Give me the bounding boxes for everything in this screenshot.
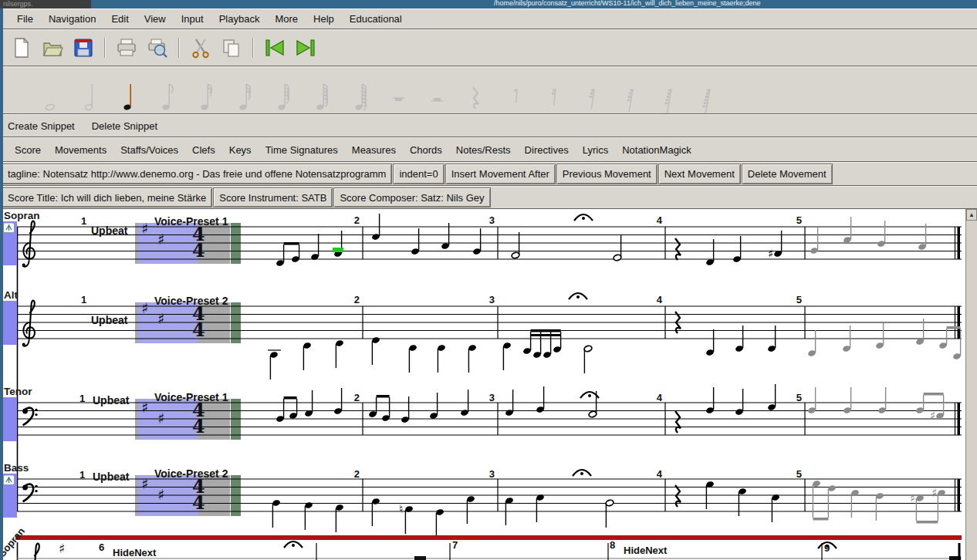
delete-movement-button[interactable]: Delete Movement	[742, 164, 833, 184]
save-button[interactable]	[70, 35, 96, 61]
input-cursor[interactable]	[333, 248, 343, 252]
create-snippet-button[interactable]: Create Snippet	[8, 120, 75, 132]
vertical-scrollbar[interactable]: ▲	[965, 209, 977, 560]
time-signature[interactable]: 4	[192, 239, 205, 261]
palette-sixtyfourth-note[interactable]	[264, 75, 303, 113]
print-preview-button[interactable]	[144, 35, 171, 61]
menu-input[interactable]: Input	[174, 11, 211, 27]
insert-movement-after-button[interactable]: Insert Movement After	[445, 164, 556, 184]
cut-button[interactable]	[188, 35, 214, 61]
palette-quarter-note[interactable]	[110, 75, 148, 113]
accidental-sharp: ♯	[930, 409, 935, 423]
accidental-natural: ♮	[399, 502, 403, 516]
staff-label-sopran: Sopran	[4, 210, 40, 221]
next-movement-button[interactable]: Next Movement	[658, 164, 741, 184]
menubar: File Navigation Edit View Input Playback…	[0, 8, 977, 29]
palette-thirtysecond-note[interactable]	[225, 75, 264, 113]
score-composer-button[interactable]: Score Composer: Satz: Nils Gey	[333, 187, 490, 207]
cut-scissors-icon	[190, 37, 211, 59]
indent-button[interactable]: indent=0	[393, 164, 444, 184]
bass-clef-blob	[22, 409, 28, 414]
time-signature[interactable]: 4	[192, 319, 205, 341]
open-button[interactable]	[39, 35, 66, 61]
copy-button[interactable]	[218, 35, 245, 61]
menu-directives[interactable]: Directives	[518, 142, 576, 158]
menu-lyrics[interactable]: Lyrics	[576, 142, 615, 158]
new-document-icon	[11, 37, 32, 59]
go-to-beginning-button[interactable]	[262, 35, 288, 61]
score-title-button[interactable]: Score Title: Ich will dich lieben, meine…	[2, 187, 212, 207]
bass-clef-dot	[35, 409, 37, 411]
score-instrument-button[interactable]: Score Instrument: SATB	[213, 187, 333, 207]
delete-snippet-button[interactable]: Delete Snippet	[92, 120, 157, 132]
menu-notes-rests[interactable]: Notes/Rests	[449, 142, 518, 158]
menu-playback[interactable]: Playback	[211, 11, 268, 27]
measure-number: 2	[354, 468, 360, 480]
beam	[924, 393, 944, 396]
measure-number: 1	[79, 469, 85, 481]
palette-onetwentyeighth-rest[interactable]	[650, 75, 688, 113]
open-folder-icon	[42, 37, 63, 59]
menu-navigation[interactable]: Navigation	[41, 11, 103, 27]
staff-side-box[interactable]	[2, 301, 17, 345]
time-signature[interactable]: 4	[192, 415, 205, 437]
palette-eighth-rest[interactable]	[495, 75, 534, 113]
palette-sixteenth-note[interactable]	[187, 75, 225, 113]
measure-number: 4	[657, 214, 663, 226]
print-preview-icon	[147, 37, 168, 59]
window-title-path: /home/nils/puro/consatz_unterricht/WS10-…	[494, 0, 761, 8]
palette-onetwentyeighth-note[interactable]	[303, 75, 341, 113]
palette-half-rest[interactable]	[418, 75, 457, 113]
menu-chords[interactable]: Chords	[403, 142, 449, 158]
menu-clefs[interactable]: Clefs	[185, 142, 222, 158]
bass-clef-dot	[35, 490, 37, 492]
palette-thirtysecond-rest[interactable]	[573, 75, 611, 113]
palette-whole-rest[interactable]	[380, 75, 418, 113]
menu-file[interactable]: File	[9, 11, 41, 27]
time-signature[interactable]: 4	[192, 491, 205, 514]
measure-number: 5	[796, 214, 802, 226]
menu-measures[interactable]: Measures	[345, 142, 403, 158]
menu-view[interactable]: View	[137, 11, 174, 27]
menu-time-signatures[interactable]: Time Signatures	[259, 142, 345, 158]
menu-keys[interactable]: Keys	[222, 142, 259, 158]
toolbar-separator	[104, 38, 106, 58]
menu-staffs-voices[interactable]: Staffs/Voices	[113, 142, 185, 158]
score-canvas[interactable]: ♯♯44Sopran1UpbeatVoice-Preset 12345♯♯♯44…	[0, 209, 977, 560]
menu-movements[interactable]: Movements	[48, 142, 113, 158]
palette-twofiftysixth-note[interactable]	[341, 75, 380, 113]
duration-palette	[0, 66, 977, 114]
go-first-icon	[263, 37, 286, 59]
beam	[531, 334, 561, 336]
menu-help[interactable]: Help	[306, 11, 342, 27]
new-document-button[interactable]	[8, 35, 35, 61]
key-signature-sharp: ♯	[59, 541, 65, 556]
key-signature-sharp: ♯	[157, 231, 164, 248]
palette-quarter-rest[interactable]	[457, 75, 495, 113]
menu-notationmagick[interactable]: NotationMagick	[615, 142, 698, 158]
menu-more[interactable]: More	[267, 11, 306, 27]
menu-educational[interactable]: Educational	[342, 11, 410, 27]
window-titlebar[interactable]: nilsergps. /home/nils/puro/consatz_unter…	[0, 0, 977, 8]
previous-movement-button[interactable]: Previous Movement	[556, 164, 658, 184]
menu-edit[interactable]: Edit	[103, 11, 136, 27]
palette-eighth-note[interactable]	[148, 75, 187, 113]
palette-whole-note[interactable]	[32, 75, 71, 113]
key-signature-sharp: ♯	[141, 475, 148, 492]
fermata-dot	[588, 394, 591, 397]
treble-clef-icon	[27, 544, 39, 560]
palette-half-note[interactable]	[71, 75, 110, 113]
print-button[interactable]	[113, 35, 140, 61]
palette-sixteenth-rest[interactable]	[534, 75, 573, 113]
tagline-button[interactable]: tagline: Notensatz http://www.denemo.org…	[2, 164, 392, 184]
scrollbar-up-arrow[interactable]: ▲	[966, 209, 977, 221]
quarter-rest[interactable]	[675, 238, 681, 260]
key-signature-sharp: ♯	[141, 220, 148, 237]
quarter-rest[interactable]	[675, 411, 681, 433]
fermata-dot	[582, 217, 585, 220]
go-to-end-button[interactable]	[292, 35, 319, 61]
palette-twofiftysixth-rest[interactable]	[688, 75, 727, 113]
palette-sixtyfourth-rest[interactable]	[611, 75, 650, 113]
menu-score[interactable]: Score	[8, 142, 48, 158]
staff-side-box[interactable]	[2, 397, 17, 441]
